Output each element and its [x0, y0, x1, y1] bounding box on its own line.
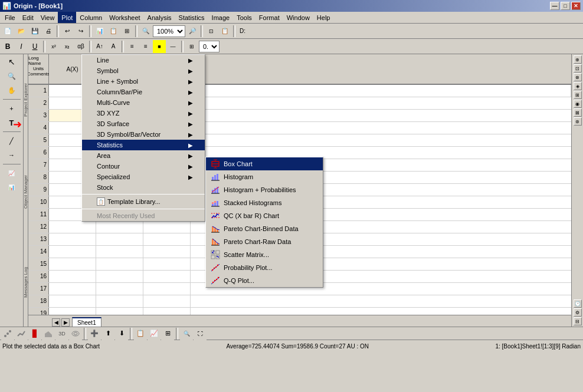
stats-pareto-raw[interactable]: Pareto Chart-Raw Data: [206, 235, 323, 248]
menu-image[interactable]: Image: [208, 12, 234, 23]
matrix-btn[interactable]: ⊞: [120, 25, 133, 38]
menu-tools[interactable]: Tools: [233, 12, 256, 23]
plot-menu-area[interactable]: Area ▶: [82, 150, 205, 161]
stats-pareto-binned[interactable]: Pareto Chart-Binned Data: [206, 222, 323, 235]
scatter-plot-btn[interactable]: [1, 327, 14, 340]
plot-menu-3d-surface[interactable]: 3D Surface ▶: [82, 118, 205, 129]
stats-stacked-hist[interactable]: Stacked Histograms: [206, 196, 323, 209]
line-width-combo[interactable]: 0.5 1 2: [199, 41, 220, 52]
paste-btn[interactable]: 📋: [218, 25, 231, 38]
copy-btn[interactable]: ⊡: [205, 25, 218, 38]
zoom-combo[interactable]: 100% 75% 150%: [153, 25, 185, 37]
data-btn[interactable]: 📊: [5, 181, 18, 194]
stats-histogram[interactable]: Histogram: [206, 170, 323, 183]
plot-menu-stock[interactable]: Stock: [82, 182, 205, 193]
plot-menu-3d-xyz[interactable]: 3D XYZ ▶: [82, 108, 205, 118]
subscript-btn[interactable]: x₂: [61, 40, 74, 53]
clock-tool[interactable]: 🕐: [574, 299, 582, 308]
scroll-left-tab-btn[interactable]: ◀: [52, 318, 60, 327]
menu-edit[interactable]: Edit: [19, 12, 37, 23]
bg-color-btn[interactable]: ■: [153, 40, 166, 53]
menu-plot[interactable]: Plot: [58, 12, 76, 23]
graph-btn[interactable]: 📊: [93, 25, 106, 38]
plot-menu-3d-symbol[interactable]: 3D Symbol/Bar/Vector ▶: [82, 129, 205, 140]
font-color-btn[interactable]: A: [107, 40, 120, 53]
plot-menu-line[interactable]: Line ▶: [82, 55, 205, 65]
stats-prob-plot[interactable]: Probability Plot...: [206, 261, 323, 274]
window-maximize-btn[interactable]: □: [561, 2, 570, 10]
graph-insert-btn[interactable]: 📈: [5, 167, 18, 180]
greek-btn[interactable]: αβ: [74, 40, 87, 53]
sheet-tab-sheet1[interactable]: Sheet1: [72, 317, 101, 327]
stats-scatter-matrix[interactable]: Scatter Matrix...: [206, 248, 323, 261]
menu-view[interactable]: View: [37, 12, 58, 23]
plot-menu-multi-curve[interactable]: Multi-Curve ▶: [82, 97, 205, 108]
contour-plot-btn[interactable]: [69, 327, 82, 340]
plot-menu-template-lib[interactable]: 📋 Template Library...: [82, 196, 205, 207]
expand-tool[interactable]: ⊟: [574, 317, 582, 325]
italic-btn[interactable]: I: [15, 40, 28, 53]
arrow-tool[interactable]: →: [5, 149, 18, 162]
redo-btn[interactable]: ↪: [74, 25, 87, 38]
right-tool-6[interactable]: ◉: [574, 100, 582, 108]
graph-icon-btn[interactable]: 📈: [148, 327, 161, 340]
underline-btn[interactable]: U: [28, 40, 41, 53]
right-tool-8[interactable]: ⊛: [574, 117, 582, 126]
align-left-btn[interactable]: ≡: [126, 40, 139, 53]
worksheet-icon-btn[interactable]: 📋: [134, 327, 147, 340]
pan-tool[interactable]: ✋: [5, 84, 18, 97]
save-btn[interactable]: 💾: [28, 25, 41, 38]
plot-menu-symbol[interactable]: Symbol ▶: [82, 65, 205, 76]
stats-box-chart[interactable]: Box Chart: [206, 157, 323, 170]
line-plot-btn[interactable]: [15, 327, 28, 340]
right-tool-2[interactable]: ⊡: [574, 64, 582, 73]
worksheet-btn[interactable]: 📋: [107, 25, 120, 38]
right-tool-5[interactable]: ⊞: [574, 91, 582, 99]
layout-icon-btn[interactable]: ⊞: [161, 327, 174, 340]
area-plot-btn[interactable]: [42, 327, 55, 340]
bar-plot-btn[interactable]: ▊: [28, 327, 41, 340]
zoom-in-btn[interactable]: 🔍: [139, 25, 152, 38]
line-tool[interactable]: ╱: [5, 134, 18, 147]
draw-tool[interactable]: +: [5, 102, 18, 115]
scroll-right-tab-btn[interactable]: ▶: [61, 318, 70, 327]
gear-tool[interactable]: ⚙: [574, 308, 582, 317]
border-btn[interactable]: ⊞: [185, 40, 198, 53]
move-up-btn[interactable]: ⬆: [101, 327, 114, 340]
line-color-btn[interactable]: —: [166, 40, 179, 53]
bold-btn[interactable]: B: [1, 40, 14, 53]
menu-analysis[interactable]: Analysis: [144, 12, 175, 23]
plot-menu-col-bar-pie[interactable]: Column/Bar/Pie ▶: [82, 87, 205, 97]
select-tool[interactable]: ↖: [5, 55, 18, 68]
menu-window[interactable]: Window: [283, 12, 313, 23]
zoom-tool[interactable]: 🔍: [5, 70, 18, 83]
right-tool-1[interactable]: ⊕: [574, 55, 582, 64]
menu-column[interactable]: Column: [76, 12, 106, 23]
print-btn[interactable]: 🖨: [42, 25, 55, 38]
plot-menu-specialized[interactable]: Specialized ▶: [82, 172, 205, 182]
superscript-btn[interactable]: x²: [47, 40, 60, 53]
align-center-btn[interactable]: ≡: [139, 40, 152, 53]
3d-plot-btn[interactable]: 3D: [55, 327, 68, 340]
undo-btn[interactable]: ↩: [61, 25, 74, 38]
stats-histogram-prob[interactable]: Histogram + Probabilities: [206, 183, 323, 196]
font-size-btn[interactable]: A↑: [93, 40, 106, 53]
menu-file[interactable]: File: [1, 12, 19, 23]
menu-format[interactable]: Format: [256, 12, 283, 23]
window-close-btn[interactable]: ✕: [571, 2, 581, 10]
window-minimize-btn[interactable]: —: [550, 2, 559, 10]
zoom-sel-btn[interactable]: 🔍: [180, 327, 193, 340]
menu-worksheet[interactable]: Worksheet: [106, 12, 143, 23]
plot-menu-statistics[interactable]: Statistics ▶: [82, 140, 205, 150]
stats-qc-chart[interactable]: QC (X bar R) Chart: [206, 209, 323, 222]
zoom-out-btn[interactable]: 🔎: [186, 25, 199, 38]
move-down-btn[interactable]: ⬇: [115, 327, 128, 340]
plot-menu-contour[interactable]: Contour ▶: [82, 161, 205, 172]
menu-statistics[interactable]: Statistics: [175, 12, 208, 23]
add-graph-btn[interactable]: ➕: [88, 327, 101, 340]
open-btn[interactable]: 📂: [15, 25, 28, 38]
right-tool-4[interactable]: ◈: [574, 82, 582, 90]
right-tool-7[interactable]: ⊠: [574, 108, 582, 117]
plot-menu-line-symbol[interactable]: Line + Symbol ▶: [82, 76, 205, 87]
right-tool-3[interactable]: ⊗: [574, 73, 582, 81]
